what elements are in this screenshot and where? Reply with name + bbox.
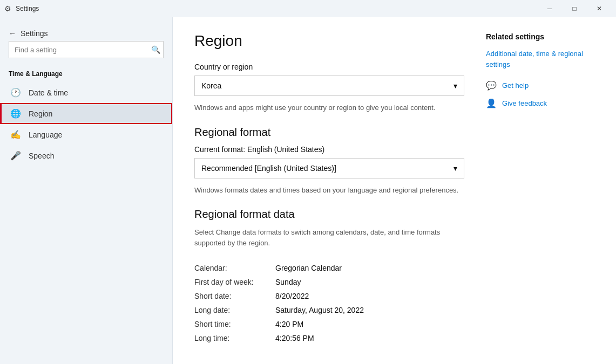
- data-value: 4:20 PM: [275, 320, 303, 328]
- content-area: Region Country or region Korea ▾ Windows…: [173, 17, 616, 364]
- get-help-icon: 💬: [486, 80, 497, 91]
- content-main: Region Country or region Korea ▾ Windows…: [194, 32, 464, 349]
- regional-format-title: Regional format: [194, 126, 464, 139]
- date-time-icon: 🕐: [10, 87, 21, 98]
- minimize-button[interactable]: ─: [537, 0, 562, 17]
- back-button[interactable]: ← Settings: [0, 26, 172, 41]
- get-help-item[interactable]: 💬 Get help: [486, 80, 594, 91]
- sidebar: ← Settings 🔍 Time & Language 🕐 Date & ti…: [0, 17, 173, 364]
- title-bar-controls: ─ □ ✕: [537, 0, 612, 17]
- data-key: Short date:: [194, 292, 275, 300]
- format-description: Windows formats dates and times based on…: [194, 185, 464, 196]
- data-value: Saturday, August 20, 2022: [275, 306, 364, 314]
- app-body: ← Settings 🔍 Time & Language 🕐 Date & ti…: [0, 17, 616, 364]
- search-icon[interactable]: 🔍: [151, 45, 160, 54]
- search-container: 🔍: [9, 41, 164, 58]
- table-row: First day of week:Sunday: [194, 275, 464, 289]
- sidebar-item-speech-label: Speech: [29, 152, 54, 160]
- language-icon: ✍: [10, 129, 21, 140]
- data-key: Long date:: [194, 306, 275, 314]
- country-dropdown-icon: ▾: [453, 81, 457, 90]
- sidebar-item-language[interactable]: ✍ Language: [0, 124, 172, 145]
- sidebar-item-language-label: Language: [29, 131, 62, 139]
- back-label: Settings: [21, 29, 48, 38]
- data-key: First day of week:: [194, 278, 275, 286]
- sidebar-item-date-time-label: Date & time: [29, 88, 68, 97]
- table-row: Long time:4:20:56 PM: [194, 331, 464, 345]
- table-row: Short date:8/20/2022: [194, 289, 464, 303]
- table-row: Long date:Saturday, August 20, 2022: [194, 303, 464, 317]
- regional-format-value: Recommended [English (United States)]: [201, 164, 336, 173]
- sidebar-item-speech[interactable]: 🎤 Speech: [0, 145, 172, 166]
- title-bar-left: ⚙ Settings: [4, 4, 537, 13]
- title-bar-title: Settings: [16, 5, 39, 12]
- regional-format-data-title: Regional format data: [194, 208, 464, 221]
- data-value: Gregorian Calendar: [275, 264, 342, 272]
- sidebar-item-date-time[interactable]: 🕐 Date & time: [0, 82, 172, 103]
- country-description: Windows and apps might use your country …: [194, 102, 464, 113]
- give-feedback-icon: 👤: [486, 98, 497, 108]
- back-arrow-icon: ←: [9, 29, 16, 38]
- country-region-value: Korea: [201, 81, 221, 90]
- data-key: Long time:: [194, 334, 275, 342]
- title-bar: ⚙ Settings ─ □ ✕: [0, 0, 616, 17]
- give-feedback-link[interactable]: Give feedback: [502, 99, 547, 107]
- related-settings: Related settings Additional date, time &…: [486, 32, 594, 349]
- get-help-link[interactable]: Get help: [502, 81, 529, 90]
- format-data-description: Select Change data formats to switch amo…: [194, 227, 464, 248]
- give-feedback-item[interactable]: 👤 Give feedback: [486, 98, 594, 108]
- data-key: Short time:: [194, 320, 275, 328]
- close-button[interactable]: ✕: [587, 0, 612, 17]
- region-icon: 🌐: [10, 108, 21, 119]
- data-key: Calendar:: [194, 264, 275, 272]
- search-input[interactable]: [9, 41, 164, 58]
- data-value: Sunday: [275, 278, 301, 286]
- page-title: Region: [194, 32, 464, 50]
- table-row: Short time:4:20 PM: [194, 317, 464, 331]
- regional-format-dropdown-icon: ▾: [453, 164, 457, 173]
- regional-format-dropdown[interactable]: Recommended [English (United States)] ▾: [194, 158, 464, 178]
- data-value: 4:20:56 PM: [275, 334, 314, 342]
- current-format-label: Current format: English (United States): [194, 145, 464, 154]
- table-row: Calendar:Gregorian Calendar: [194, 261, 464, 275]
- country-region-label: Country or region: [194, 63, 464, 71]
- settings-app-icon: ⚙: [4, 4, 11, 13]
- sidebar-item-region-label: Region: [29, 109, 52, 118]
- related-settings-title: Related settings: [486, 32, 594, 41]
- country-region-dropdown[interactable]: Korea ▾: [194, 75, 464, 96]
- sidebar-section-header: Time & Language: [0, 67, 172, 82]
- speech-icon: 🎤: [10, 150, 21, 161]
- data-value: 8/20/2022: [275, 292, 309, 300]
- sidebar-item-region[interactable]: 🌐 Region: [0, 103, 172, 124]
- format-data-table: Calendar:Gregorian CalendarFirst day of …: [194, 261, 464, 345]
- additional-date-time-link[interactable]: Additional date, time & regional setting…: [486, 49, 594, 70]
- maximize-button[interactable]: □: [562, 0, 587, 17]
